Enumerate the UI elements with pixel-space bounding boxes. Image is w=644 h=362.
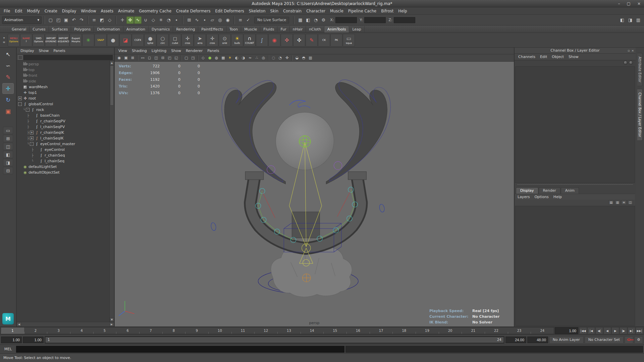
mask-misc-icon[interactable]: ∙ — [173, 16, 180, 24]
menu-help[interactable]: Help — [396, 7, 409, 14]
resolution-gate-icon[interactable]: ◻ — [146, 55, 153, 61]
isolate-select-icon[interactable]: ◌ — [270, 55, 277, 61]
right-pv-control[interactable] — [334, 162, 342, 170]
animation-end-field[interactable] — [527, 337, 548, 343]
field-chart-icon[interactable]: ⊟ — [160, 55, 166, 61]
shelf-tab-fluids[interactable]: Fluids — [260, 26, 277, 33]
mask-rendering-icon[interactable]: ◔ — [165, 16, 172, 24]
shelf-tab-surfaces[interactable]: Surfaces — [49, 26, 71, 33]
panel-splitter[interactable] — [517, 184, 633, 187]
shelf-item-sphere[interactable]: ● — [107, 34, 119, 47]
menu-pipeline-cache[interactable]: Pipeline Cache — [346, 7, 379, 14]
save-scene-icon[interactable]: ▣ — [62, 16, 70, 24]
timeline-frame-current[interactable]: 1 — [1, 327, 24, 334]
shadows-icon[interactable]: ◐ — [233, 55, 240, 61]
step-forward-frame-button[interactable]: ▶| — [628, 327, 635, 334]
safe-title-icon[interactable]: ◱ — [173, 55, 179, 61]
snap-point-icon[interactable]: ∙ — [201, 16, 208, 24]
outliner-item-r-chainseqik[interactable]: ├+∫r_chainSeqIK — [17, 130, 109, 135]
create-layer-from-selected-icon[interactable]: ▥ — [615, 200, 620, 205]
sort-layers-icon[interactable]: ≡ — [621, 200, 627, 205]
outliner-item-l-chainseq[interactable]: └ʃl_chainSeq — [17, 158, 109, 164]
menu-edit-deformers[interactable]: Edit Deformers — [213, 7, 246, 14]
shelf-item-ck[interactable]: CK — [318, 34, 330, 47]
select-tool-icon[interactable]: ↖ — [2, 49, 14, 60]
shelf-tab-toon[interactable]: Toon — [226, 26, 241, 33]
grid-icon[interactable]: ⊞ — [129, 55, 136, 61]
timeline-frame[interactable]: 10 — [208, 327, 231, 334]
z-input[interactable] — [394, 17, 415, 23]
shelf-item-ik-handle[interactable]: ∫ — [256, 34, 268, 47]
viewport-menu-view[interactable]: View — [116, 49, 129, 53]
timeline-frame[interactable]: 2 — [24, 327, 47, 334]
playback-start-field[interactable] — [23, 337, 44, 343]
range-slider-bar[interactable] — [46, 337, 503, 343]
timeline-frame[interactable]: 3 — [47, 327, 70, 334]
lasso-tool-icon[interactable]: ∽ — [2, 60, 14, 71]
outliner-item-rock[interactable]: └-ʃrock — [17, 107, 109, 113]
shelf-item-paint[interactable]: ✎ — [306, 34, 318, 47]
wireframe-on-shaded-icon[interactable]: ◍ — [213, 55, 220, 61]
shelf-tab-animation[interactable]: Animation — [123, 26, 149, 33]
timeline-frame[interactable]: 12 — [254, 327, 277, 334]
outliner-item-top[interactable]: top — [17, 67, 109, 73]
maximize-button[interactable]: ▢ — [627, 1, 631, 6]
shelf-item-sphere-control[interactable]: ●sphe — [144, 34, 156, 47]
left-side-control[interactable] — [210, 222, 217, 231]
timeline-frame[interactable]: 19 — [416, 327, 439, 334]
menu-modify[interactable]: Modify — [25, 7, 42, 14]
left-horn-mesh[interactable] — [224, 82, 285, 184]
timeline-frame[interactable]: 13 — [277, 327, 301, 334]
channel-box-list[interactable] — [515, 66, 635, 183]
y-input[interactable] — [364, 17, 386, 23]
outliner-item-root[interactable]: +✜root — [17, 96, 109, 101]
tree-expander[interactable]: - — [30, 142, 34, 146]
gamma-icon[interactable]: ◓ — [301, 55, 307, 61]
layer-menu-layers[interactable]: Layers — [515, 195, 532, 199]
shelf-tab-animtools[interactable]: AnimTools — [324, 26, 349, 33]
outliner-item-defaultlightset[interactable]: ◉defaultLightSet — [17, 164, 109, 170]
scale-tool-icon[interactable]: ▣ — [2, 106, 14, 117]
timeline-frame[interactable]: 21 — [462, 327, 485, 334]
shelf-tab-nhair[interactable]: nHair — [290, 26, 306, 33]
viewport-menu-panels[interactable]: Panels — [205, 49, 221, 53]
menu-muscle[interactable]: Muscle — [328, 7, 346, 14]
scroll-down-icon[interactable]: ▼ — [110, 317, 114, 322]
playback-end-field[interactable] — [505, 337, 526, 343]
viewport-canvas[interactable]: Verts:72200 Edges:190600 Faces:119200 Tr… — [115, 62, 514, 326]
xray-icon[interactable]: ◔ — [277, 55, 283, 61]
ao-icon[interactable]: ◑ — [240, 55, 247, 61]
list-inputs-icon[interactable]: ≡ — [237, 16, 244, 24]
play-backwards-button[interactable]: ◀ — [603, 327, 611, 334]
menu-edit[interactable]: Edit — [12, 7, 24, 14]
go-to-end-button[interactable]: ▶▶| — [636, 327, 643, 334]
tree-expander[interactable]: + — [30, 131, 34, 134]
shelf-item-create-node[interactable]: ✳ — [82, 34, 94, 47]
frame-all-icon[interactable]: ▢ — [183, 55, 190, 61]
scroll-left-icon[interactable]: ◀ — [17, 322, 21, 326]
toggle-tool-settings-icon[interactable]: ◨ — [627, 16, 634, 24]
timeline-frame[interactable]: 16 — [346, 327, 370, 334]
shelf-tab-fur[interactable]: Fur — [277, 26, 289, 33]
ipr-render-icon[interactable]: ◔ — [312, 16, 319, 24]
manip-mode-icon[interactable] — [629, 61, 633, 65]
shelf-item-snap[interactable]: SNAP — [95, 34, 107, 47]
menu-skeleton[interactable]: Skeleton — [247, 7, 268, 14]
outliner-item-eyecontrol[interactable]: ├ʃeyeControl — [17, 147, 109, 153]
mask-deformations-icon[interactable]: ◇ — [150, 16, 157, 24]
scroll-right-icon[interactable]: ▶ — [109, 322, 114, 326]
construction-history-icon[interactable]: ✓ — [245, 16, 252, 24]
shelf-item-export-morphs[interactable]: ExportMorphs — [70, 34, 82, 47]
shelf-tab-polygons[interactable]: Polygons — [71, 26, 94, 33]
layout-persp-graph-button[interactable]: ◨ — [3, 159, 13, 166]
outliner-menu-panels[interactable]: Panels — [51, 49, 67, 53]
paint-select-tool-icon[interactable]: ✎ — [2, 72, 14, 82]
select-camera-icon[interactable]: ◉ — [116, 55, 122, 61]
menu-skin[interactable]: Skin — [268, 7, 281, 14]
timeline-frame[interactable]: 6 — [116, 327, 139, 334]
safe-action-icon[interactable]: ◰ — [166, 55, 173, 61]
shelf-item-character[interactable]: ✣ — [293, 34, 305, 47]
menu-set-selector[interactable]: Animation ▾ — [2, 16, 42, 24]
outliner-horizontal-scrollbar[interactable]: ◀ ▶ — [17, 322, 114, 326]
menu-geometry-cache[interactable]: Geometry Cache — [137, 7, 174, 14]
